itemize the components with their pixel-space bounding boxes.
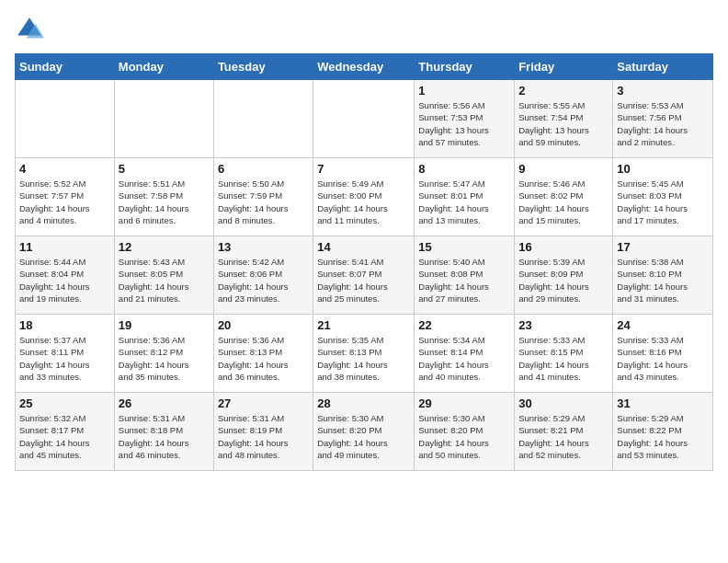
calendar-cell: 14Sunrise: 5:41 AM Sunset: 8:07 PM Dayli…: [313, 236, 415, 315]
day-info: Sunrise: 5:30 AM Sunset: 8:20 PM Dayligh…: [317, 412, 410, 461]
calendar-cell: 15Sunrise: 5:40 AM Sunset: 8:08 PM Dayli…: [415, 236, 515, 315]
calendar-cell: 26Sunrise: 5:31 AM Sunset: 8:18 PM Dayli…: [114, 393, 213, 471]
day-number: 9: [518, 162, 609, 176]
day-info: Sunrise: 5:56 AM Sunset: 7:53 PM Dayligh…: [418, 99, 510, 148]
day-info: Sunrise: 5:49 AM Sunset: 8:00 PM Dayligh…: [317, 178, 410, 226]
day-info: Sunrise: 5:43 AM Sunset: 8:05 PM Dayligh…: [119, 256, 210, 304]
week-row-2: 4Sunrise: 5:52 AM Sunset: 7:57 PM Daylig…: [16, 158, 713, 236]
calendar-cell: [213, 80, 313, 158]
day-number: 23: [518, 318, 609, 332]
day-info: Sunrise: 5:44 AM Sunset: 8:04 PM Dayligh…: [19, 256, 110, 304]
calendar-cell: 13Sunrise: 5:42 AM Sunset: 8:06 PM Dayli…: [213, 236, 313, 315]
day-info: Sunrise: 5:53 AM Sunset: 7:56 PM Dayligh…: [617, 99, 709, 148]
day-info: Sunrise: 5:47 AM Sunset: 8:01 PM Dayligh…: [418, 178, 510, 226]
day-header-thursday: Thursday: [415, 54, 515, 80]
calendar-cell: 27Sunrise: 5:31 AM Sunset: 8:19 PM Dayli…: [213, 393, 313, 471]
calendar-cell: 5Sunrise: 5:51 AM Sunset: 7:58 PM Daylig…: [114, 158, 213, 236]
day-number: 16: [518, 240, 609, 254]
day-number: 18: [19, 318, 110, 332]
day-number: 28: [317, 396, 410, 410]
calendar-cell: 20Sunrise: 5:36 AM Sunset: 8:13 PM Dayli…: [213, 315, 313, 393]
calendar-cell: 31Sunrise: 5:29 AM Sunset: 8:22 PM Dayli…: [613, 393, 713, 471]
day-number: 30: [518, 396, 609, 410]
day-info: Sunrise: 5:31 AM Sunset: 8:19 PM Dayligh…: [218, 412, 309, 461]
calendar-cell: [16, 80, 115, 158]
day-info: Sunrise: 5:39 AM Sunset: 8:09 PM Dayligh…: [518, 256, 609, 304]
day-number: 1: [418, 84, 510, 98]
day-number: 8: [418, 162, 510, 176]
week-row-4: 18Sunrise: 5:37 AM Sunset: 8:11 PM Dayli…: [16, 315, 713, 393]
day-number: 7: [317, 162, 410, 176]
day-number: 29: [418, 396, 510, 410]
day-info: Sunrise: 5:33 AM Sunset: 8:16 PM Dayligh…: [617, 334, 709, 383]
calendar-cell: 6Sunrise: 5:50 AM Sunset: 7:59 PM Daylig…: [213, 158, 313, 236]
calendar-cell: 30Sunrise: 5:29 AM Sunset: 8:21 PM Dayli…: [515, 393, 613, 471]
day-info: Sunrise: 5:30 AM Sunset: 8:20 PM Dayligh…: [418, 412, 510, 461]
day-info: Sunrise: 5:29 AM Sunset: 8:21 PM Dayligh…: [518, 412, 609, 461]
day-number: 21: [317, 318, 410, 332]
day-info: Sunrise: 5:51 AM Sunset: 7:58 PM Dayligh…: [119, 178, 210, 226]
calendar-cell: 23Sunrise: 5:33 AM Sunset: 8:15 PM Dayli…: [515, 315, 613, 393]
day-number: 6: [218, 162, 309, 176]
day-number: 4: [19, 162, 110, 176]
calendar-cell: 7Sunrise: 5:49 AM Sunset: 8:00 PM Daylig…: [313, 158, 415, 236]
day-info: Sunrise: 5:35 AM Sunset: 8:13 PM Dayligh…: [317, 334, 410, 383]
day-info: Sunrise: 5:52 AM Sunset: 7:57 PM Dayligh…: [19, 178, 110, 226]
calendar-cell: 2Sunrise: 5:55 AM Sunset: 7:54 PM Daylig…: [515, 80, 613, 158]
day-info: Sunrise: 5:32 AM Sunset: 8:17 PM Dayligh…: [19, 412, 110, 461]
day-info: Sunrise: 5:33 AM Sunset: 8:15 PM Dayligh…: [518, 334, 609, 383]
day-number: 27: [218, 396, 309, 410]
calendar-cell: 29Sunrise: 5:30 AM Sunset: 8:20 PM Dayli…: [415, 393, 515, 471]
day-number: 22: [418, 318, 510, 332]
day-header-sunday: Sunday: [16, 54, 115, 80]
calendar-cell: 28Sunrise: 5:30 AM Sunset: 8:20 PM Dayli…: [313, 393, 415, 471]
calendar-cell: 19Sunrise: 5:36 AM Sunset: 8:12 PM Dayli…: [114, 315, 213, 393]
week-row-5: 25Sunrise: 5:32 AM Sunset: 8:17 PM Dayli…: [16, 393, 713, 471]
day-number: 24: [617, 318, 709, 332]
calendar-cell: 12Sunrise: 5:43 AM Sunset: 8:05 PM Dayli…: [114, 236, 213, 315]
calendar-cell: 25Sunrise: 5:32 AM Sunset: 8:17 PM Dayli…: [16, 393, 115, 471]
calendar-cell: 24Sunrise: 5:33 AM Sunset: 8:16 PM Dayli…: [613, 315, 713, 393]
logo: [15, 15, 48, 44]
calendar-cell: 8Sunrise: 5:47 AM Sunset: 8:01 PM Daylig…: [415, 158, 515, 236]
calendar-cell: 21Sunrise: 5:35 AM Sunset: 8:13 PM Dayli…: [313, 315, 415, 393]
day-number: 3: [617, 84, 709, 98]
calendar-cell: [313, 80, 415, 158]
calendar-cell: 22Sunrise: 5:34 AM Sunset: 8:14 PM Dayli…: [415, 315, 515, 393]
day-number: 2: [518, 84, 609, 98]
day-number: 11: [19, 240, 110, 254]
day-info: Sunrise: 5:50 AM Sunset: 7:59 PM Dayligh…: [218, 178, 309, 226]
day-number: 13: [218, 240, 309, 254]
day-info: Sunrise: 5:41 AM Sunset: 8:07 PM Dayligh…: [317, 256, 410, 304]
day-header-wednesday: Wednesday: [313, 54, 415, 80]
calendar-cell: 4Sunrise: 5:52 AM Sunset: 7:57 PM Daylig…: [16, 158, 115, 236]
week-row-1: 1Sunrise: 5:56 AM Sunset: 7:53 PM Daylig…: [16, 80, 713, 158]
calendar-table: SundayMondayTuesdayWednesdayThursdayFrid…: [15, 53, 713, 471]
calendar-cell: 1Sunrise: 5:56 AM Sunset: 7:53 PM Daylig…: [415, 80, 515, 158]
day-number: 14: [317, 240, 410, 254]
calendar-cell: 10Sunrise: 5:45 AM Sunset: 8:03 PM Dayli…: [613, 158, 713, 236]
calendar-cell: 17Sunrise: 5:38 AM Sunset: 8:10 PM Dayli…: [613, 236, 713, 315]
day-number: 5: [119, 162, 210, 176]
day-info: Sunrise: 5:29 AM Sunset: 8:22 PM Dayligh…: [617, 412, 709, 461]
day-info: Sunrise: 5:36 AM Sunset: 8:13 PM Dayligh…: [218, 334, 309, 383]
day-number: 20: [218, 318, 309, 332]
day-number: 10: [617, 162, 709, 176]
day-info: Sunrise: 5:45 AM Sunset: 8:03 PM Dayligh…: [617, 178, 709, 226]
day-number: 15: [418, 240, 510, 254]
day-header-saturday: Saturday: [613, 54, 713, 80]
calendar-cell: 3Sunrise: 5:53 AM Sunset: 7:56 PM Daylig…: [613, 80, 713, 158]
day-info: Sunrise: 5:37 AM Sunset: 8:11 PM Dayligh…: [19, 334, 110, 383]
days-header-row: SundayMondayTuesdayWednesdayThursdayFrid…: [16, 54, 713, 80]
day-info: Sunrise: 5:40 AM Sunset: 8:08 PM Dayligh…: [418, 256, 510, 304]
calendar-cell: [114, 80, 213, 158]
day-number: 26: [119, 396, 210, 410]
day-number: 25: [19, 396, 110, 410]
day-info: Sunrise: 5:38 AM Sunset: 8:10 PM Dayligh…: [617, 256, 709, 304]
day-info: Sunrise: 5:46 AM Sunset: 8:02 PM Dayligh…: [518, 178, 609, 226]
day-info: Sunrise: 5:55 AM Sunset: 7:54 PM Dayligh…: [518, 99, 609, 148]
day-header-friday: Friday: [515, 54, 613, 80]
page-header: [15, 15, 713, 44]
day-header-monday: Monday: [114, 54, 213, 80]
calendar-cell: 18Sunrise: 5:37 AM Sunset: 8:11 PM Dayli…: [16, 315, 115, 393]
